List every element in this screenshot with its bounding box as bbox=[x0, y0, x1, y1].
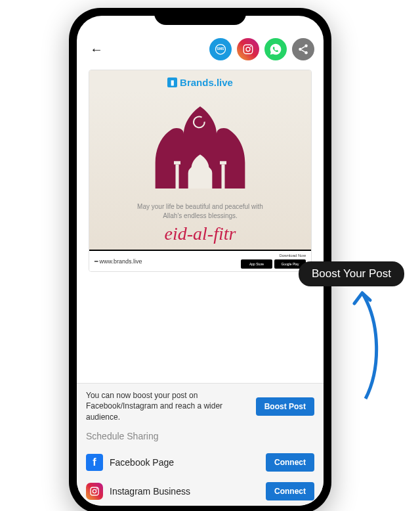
eid-title: eid-al-fitr bbox=[96, 223, 304, 244]
facebook-connect-button[interactable]: Connect bbox=[266, 453, 314, 472]
blessing-line-1: May your life be beautiful and peaceful … bbox=[96, 202, 304, 211]
card-body: May your life be beautiful and peaceful … bbox=[89, 91, 311, 250]
svg-point-7 bbox=[304, 51, 308, 55]
svg-point-6 bbox=[299, 48, 302, 51]
phone-notch bbox=[154, 8, 246, 25]
bottom-section: You can now boost your post on Facebook/… bbox=[77, 383, 324, 506]
blessing-text: May your life be beautiful and peaceful … bbox=[96, 202, 304, 221]
back-button[interactable]: ← bbox=[86, 40, 107, 59]
svg-rect-11 bbox=[220, 161, 226, 164]
svg-point-3 bbox=[246, 47, 250, 51]
share-icons-row: SMS bbox=[209, 38, 314, 60]
instagram-business-row: Instagram Business Connect bbox=[86, 477, 314, 506]
mosque-icon bbox=[144, 100, 256, 198]
boost-post-button[interactable]: Boost Post bbox=[256, 397, 314, 416]
card-header: ▮ Brands.live bbox=[89, 70, 311, 91]
instagram-icon[interactable] bbox=[237, 38, 259, 60]
share-more-icon[interactable] bbox=[292, 38, 314, 60]
post-card: ▮ Brands.live bbox=[89, 70, 312, 272]
svg-rect-9 bbox=[222, 164, 225, 189]
logo-mark-icon: ▮ bbox=[167, 78, 177, 87]
boost-description: You can now boost your post on Facebook/… bbox=[86, 390, 249, 423]
whatsapp-icon[interactable] bbox=[264, 38, 287, 60]
instagram-business-icon bbox=[86, 483, 103, 500]
svg-text:SMS: SMS bbox=[217, 47, 225, 51]
svg-point-4 bbox=[250, 46, 251, 47]
sms-icon[interactable]: SMS bbox=[209, 38, 232, 60]
website-label: ━ www.brands.live bbox=[94, 258, 142, 265]
svg-point-14 bbox=[96, 488, 98, 489]
facebook-icon: f bbox=[86, 454, 103, 471]
instagram-connect-button[interactable]: Connect bbox=[266, 482, 314, 500]
svg-rect-8 bbox=[176, 164, 179, 189]
svg-point-13 bbox=[93, 489, 96, 493]
app-store-badge[interactable]: App Store bbox=[241, 259, 272, 269]
arrow-icon bbox=[329, 284, 382, 402]
facebook-page-row: f Facebook Page Connect bbox=[86, 448, 314, 477]
boost-tooltip: Boost Your Post bbox=[299, 261, 404, 286]
brand-logo: ▮ Brands.live bbox=[167, 77, 233, 88]
brand-name: Brands.live bbox=[180, 77, 233, 88]
boost-row: You can now boost your post on Facebook/… bbox=[86, 390, 314, 423]
instagram-business-label: Instagram Business bbox=[110, 486, 190, 497]
svg-point-5 bbox=[304, 45, 308, 48]
store-badges: Download Now App Store Google Play bbox=[241, 254, 306, 269]
schedule-heading: Schedule Sharing bbox=[86, 431, 314, 441]
download-label: Download Now bbox=[280, 254, 306, 257]
facebook-page-label: Facebook Page bbox=[110, 457, 174, 468]
card-footer: ━ www.brands.live Download Now App Store… bbox=[89, 250, 311, 271]
phone-screen: ← SMS ▮ Brands.live bbox=[77, 16, 324, 506]
blessing-line-2: Allah's endless blessings. bbox=[96, 211, 304, 221]
phone-frame: ← SMS ▮ Brands.live bbox=[69, 8, 331, 511]
svg-rect-10 bbox=[174, 161, 180, 164]
